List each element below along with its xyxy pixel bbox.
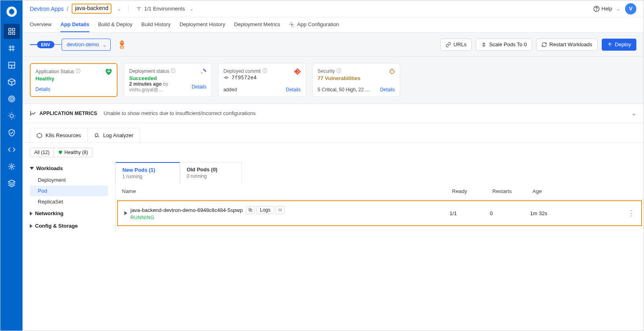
tree-item-replicaset[interactable]: ReplicaSet — [30, 196, 108, 207]
heartbeat-icon — [105, 68, 113, 77]
env-filter[interactable]: 1/1 Environments ⌄ — [136, 6, 194, 12]
tree-group-networking[interactable]: Networking — [30, 207, 108, 220]
info-icon[interactable]: ⓘ — [171, 68, 175, 74]
resource-tree: Workloads Deployment Pod ReplicaSet Netw… — [23, 162, 115, 232]
col-ready: Ready — [452, 188, 492, 194]
pod-panel: New Pods (1) 1 running Old Pods (0) 0 ru… — [115, 162, 644, 232]
subtab-k8s-resources[interactable]: K8s Resources — [30, 128, 88, 142]
env-select[interactable]: devtron-demo — [62, 39, 111, 51]
env-filter-label: 1/1 Environments — [144, 6, 185, 12]
tree-group-config-storage[interactable]: Config & Storage — [30, 220, 108, 232]
chip-all[interactable]: All (12) — [30, 148, 54, 157]
breadcrumb-current[interactable]: java-backend — [72, 4, 111, 14]
svg-point-13 — [8, 96, 14, 102]
grid-icon[interactable] — [4, 41, 20, 56]
metrics-label: APPLICATION METRICS — [30, 110, 97, 117]
commit-hash: 7f9572e4 — [223, 74, 301, 80]
sidebar — [0, 0, 23, 331]
pod-tab-old[interactable]: Old Pods (0) 0 running — [180, 162, 242, 183]
svg-point-41 — [298, 71, 299, 72]
restart-workloads-button[interactable]: Restart Workloads — [536, 39, 598, 51]
security-card: Security ⓘ 77 Vulnerabilities 5 Critical… — [312, 63, 400, 97]
pod-tab-new[interactable]: New Pods (1) 1 running — [116, 162, 180, 183]
metrics-message: Unable to show metrics due to insufficie… — [103, 110, 256, 116]
tree-item-pod[interactable]: Pod — [30, 185, 108, 196]
chevron-down-icon: ⌄ — [616, 6, 620, 12]
sun-icon[interactable] — [4, 108, 20, 123]
svg-line-49 — [97, 136, 99, 138]
breadcrumb-separator: / — [67, 6, 68, 12]
tree-item-deployment[interactable]: Deployment — [30, 175, 108, 185]
cube-icon[interactable] — [4, 74, 20, 90]
chip-healthy[interactable]: Healthy (8) — [54, 148, 93, 157]
chevron-down-icon[interactable]: ⌄ — [117, 6, 121, 12]
help-button[interactable]: Help ⌄ — [593, 6, 620, 12]
pod-status: RUNNING — [130, 215, 285, 220]
subtab-log-analyzer[interactable]: Log Analyzer — [87, 128, 140, 142]
avatar[interactable]: V — [625, 3, 636, 14]
deploy-button[interactable]: Deploy — [602, 39, 636, 51]
content-row: Workloads Deployment Pod ReplicaSet Netw… — [23, 162, 644, 232]
tab-deployment-history[interactable]: Deployment History — [180, 17, 225, 32]
svg-point-35 — [201, 72, 202, 74]
pod-tabs: New Pods (1) 1 running Old Pods (0) 0 ru… — [116, 162, 644, 183]
pod-name: java-backend-devtron-demo-6948c8c484-5sp… — [130, 207, 243, 213]
svg-line-44 — [390, 70, 390, 70]
table-row[interactable]: java-backend-devtron-demo-6948c8c484-5sp… — [118, 201, 641, 225]
row-menu-icon[interactable]: ⋮ — [611, 209, 635, 218]
app-status-details-link[interactable]: Details — [35, 86, 50, 92]
mascot-icon — [118, 40, 126, 49]
rocket-icon — [199, 68, 207, 77]
svg-marker-24 — [8, 180, 15, 183]
svg-point-15 — [11, 99, 12, 99]
tree-group-workloads[interactable]: Workloads — [30, 162, 108, 175]
shield-icon[interactable] — [4, 125, 20, 140]
info-icon[interactable]: ⓘ — [262, 68, 267, 74]
devtron-logo[interactable] — [4, 4, 20, 20]
breadcrumb-parent[interactable]: Devtron Apps — [30, 6, 64, 12]
target-icon[interactable] — [4, 91, 20, 107]
svg-point-16 — [10, 114, 13, 117]
commit-details-link[interactable]: Details — [286, 87, 301, 93]
apps-icon[interactable] — [4, 24, 20, 39]
tab-app-config[interactable]: App Configuration — [289, 17, 339, 32]
col-age: Age — [533, 188, 613, 194]
chevron-down-icon: ⌄ — [190, 6, 194, 12]
svg-point-40 — [297, 72, 298, 74]
env-pill: ENV — [37, 41, 54, 48]
layers-icon[interactable] — [4, 176, 20, 191]
vulnerability-count: 77 Vulnerabilities — [318, 75, 395, 81]
scale-pods-button[interactable]: Scale Pods To 0 — [476, 39, 532, 51]
svg-rect-2 — [12, 29, 14, 31]
git-icon — [293, 68, 301, 77]
tab-build-deploy[interactable]: Build & Deploy — [98, 17, 132, 32]
info-icon[interactable]: ⓘ — [76, 68, 80, 75]
pod-age: 1m 32s — [530, 210, 611, 216]
tab-build-history[interactable]: Build History — [141, 17, 171, 32]
tab-overview[interactable]: Overview — [30, 17, 52, 32]
svg-point-42 — [390, 70, 394, 74]
deployed-commit-card: Deployed commit ⓘ 7f9572e4 addedDetails — [218, 63, 306, 97]
deployment-details-link[interactable]: Details — [192, 84, 206, 90]
bars-icon[interactable] — [276, 206, 285, 214]
security-details-link[interactable]: Details — [380, 87, 395, 93]
svg-point-31 — [120, 40, 124, 45]
app-status-title: Application Status — [35, 69, 74, 74]
urls-button[interactable]: URLs — [440, 39, 472, 51]
chevron-right-icon — [30, 212, 33, 216]
info-icon[interactable]: ⓘ — [336, 68, 341, 74]
copy-icon[interactable] — [246, 206, 255, 214]
metrics-row[interactable]: APPLICATION METRICS Unable to show metri… — [23, 104, 644, 123]
gear-icon[interactable] — [4, 159, 20, 174]
code-icon[interactable] — [4, 142, 20, 157]
tab-deployment-metrics[interactable]: Deployment Metrics — [234, 17, 280, 32]
svg-point-39 — [297, 70, 298, 71]
pod-ready: 1/1 — [450, 210, 490, 216]
logs-button[interactable]: Logs — [256, 206, 274, 214]
panel-icon[interactable] — [4, 58, 20, 73]
app-tabs: Overview App Details Build & Deploy Buil… — [23, 17, 644, 33]
expand-icon[interactable] — [124, 211, 127, 215]
svg-point-32 — [121, 42, 122, 43]
svg-point-30 — [291, 24, 293, 25]
tab-app-details[interactable]: App Details — [60, 17, 89, 32]
